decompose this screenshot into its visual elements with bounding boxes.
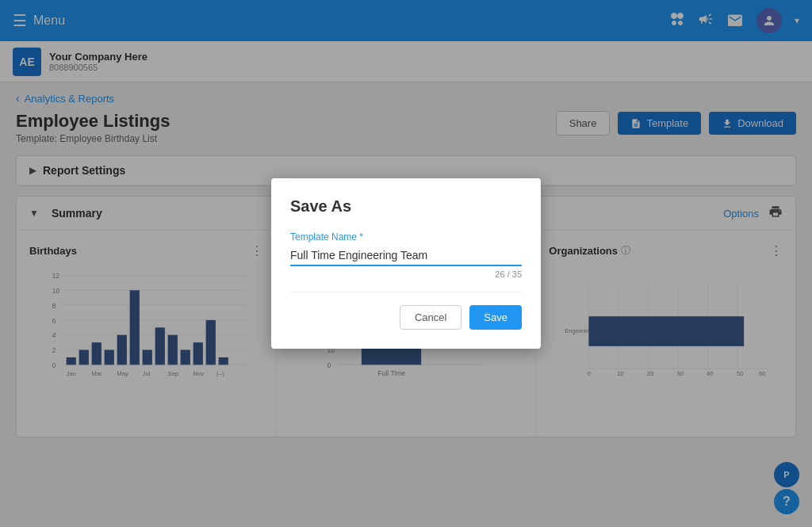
modal-overlay: Save As Template Name * 26 / 35 Cancel S… (0, 0, 812, 527)
save-as-modal: Save As Template Name * 26 / 35 Cancel S… (271, 178, 541, 349)
template-name-input[interactable] (290, 246, 522, 266)
char-count: 26 / 35 (290, 269, 522, 279)
app-wrapper: ☰ Menu (0, 0, 812, 527)
save-button[interactable]: Save (469, 305, 522, 330)
template-name-form-group: Template Name * 26 / 35 (290, 231, 522, 279)
template-name-label: Template Name * (290, 231, 522, 242)
modal-title: Save As (290, 197, 522, 216)
modal-actions: Cancel Save (290, 305, 522, 330)
modal-divider (290, 292, 522, 292)
cancel-button[interactable]: Cancel (400, 305, 462, 330)
